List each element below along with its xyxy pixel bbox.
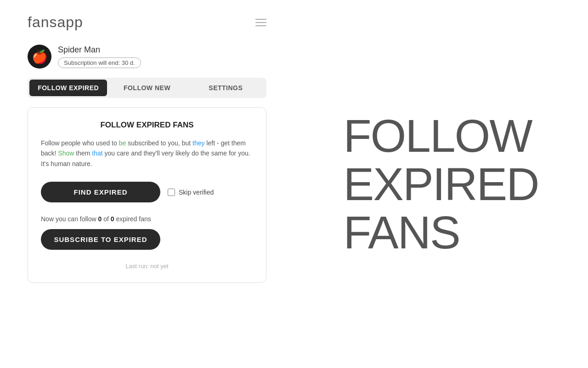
follow-expired-card: FOLLOW EXPIRED FANS Follow people who us… bbox=[28, 107, 266, 283]
skip-verified-row: Skip verified bbox=[168, 189, 214, 196]
hamburger-line-3 bbox=[255, 25, 266, 26]
subscription-badge: Subscription will end: 30 d. bbox=[58, 58, 141, 68]
find-expired-button[interactable]: FIND EXPIRED bbox=[41, 182, 160, 202]
tab-follow-new[interactable]: FOLLOW NEW bbox=[108, 80, 186, 96]
left-panel: fansapp 🍎 Spider Man Subscription will e… bbox=[0, 0, 294, 368]
header: fansapp bbox=[28, 0, 266, 45]
stats-prefix: Now you can follow bbox=[41, 215, 98, 223]
hero-line3: FANS bbox=[343, 208, 538, 257]
avatar: 🍎 bbox=[28, 45, 51, 69]
profile-name: Spider Man bbox=[58, 45, 141, 55]
hero-line2: EXPIRED bbox=[343, 160, 538, 208]
avatar-emoji: 🍎 bbox=[32, 49, 48, 64]
desc-used-to: be bbox=[119, 139, 126, 147]
logo: fansapp bbox=[28, 14, 83, 31]
hamburger-line-1 bbox=[255, 19, 266, 20]
hamburger-menu-button[interactable] bbox=[255, 19, 266, 26]
desc-that: that bbox=[92, 150, 102, 157]
hero-text: FOLLOW EXPIRED FANS bbox=[343, 112, 538, 257]
hero-line1: FOLLOW bbox=[343, 112, 538, 160]
tab-settings[interactable]: SETTINGS bbox=[187, 80, 265, 96]
desc-show: Show bbox=[58, 150, 74, 157]
skip-verified-label: Skip verified bbox=[179, 189, 214, 196]
right-panel: FOLLOW EXPIRED FANS bbox=[294, 0, 588, 368]
profile-section: 🍎 Spider Man Subscription will end: 30 d… bbox=[28, 45, 266, 69]
hamburger-line-2 bbox=[255, 22, 266, 23]
card-description: Follow people who used to be subscribed … bbox=[41, 138, 253, 169]
desc-but: they bbox=[192, 139, 204, 147]
stats-text: Now you can follow 0 of 0 expired fans bbox=[41, 215, 253, 223]
profile-info: Spider Man Subscription will end: 30 d. bbox=[58, 45, 141, 68]
last-run-text: Last run: not yet bbox=[41, 263, 253, 270]
stats-suffix: expired fans bbox=[114, 215, 151, 223]
card-title: FOLLOW EXPIRED FANS bbox=[41, 121, 253, 130]
stats-count2: 0 bbox=[111, 215, 114, 223]
tab-follow-expired[interactable]: FOLLOW EXPIRED bbox=[29, 80, 107, 96]
skip-verified-checkbox[interactable] bbox=[168, 189, 175, 196]
stats-middle: of bbox=[102, 215, 110, 223]
subscribe-to-expired-button[interactable]: SUBSCRIBE TO EXPIRED bbox=[41, 229, 160, 250]
tabs-container: FOLLOW EXPIRED FOLLOW NEW SETTINGS bbox=[28, 78, 266, 98]
action-row: FIND EXPIRED Skip verified bbox=[41, 182, 253, 202]
